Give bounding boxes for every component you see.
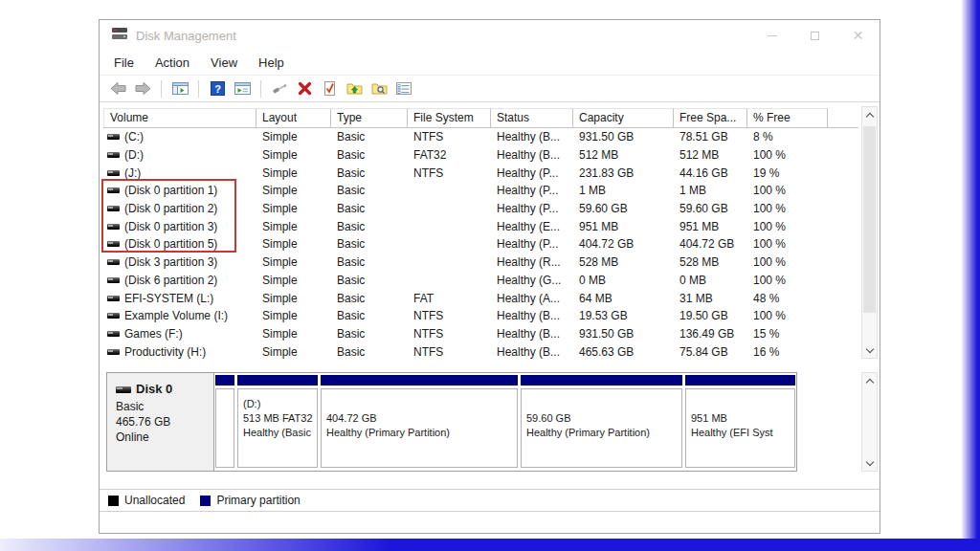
scroll-up-button[interactable] — [862, 373, 877, 387]
console-tree-icon[interactable] — [170, 79, 189, 99]
disk0-partitions: (D:)513 MB FAT32Healthy (Basic404.72 GBH… — [214, 373, 796, 471]
cell-pct: 100 % — [747, 237, 828, 251]
table-row[interactable]: Games (F:)SimpleBasicNTFSHealthy (B...93… — [103, 325, 828, 343]
toolbar-separator — [198, 80, 199, 98]
table-row[interactable]: EFI-SYSTEM (L:)SimpleBasicFATHealthy (A.… — [103, 289, 828, 307]
column-header-free[interactable]: % Free — [747, 108, 828, 128]
cell-type: Basic — [331, 345, 408, 359]
cell-pct: 8 % — [747, 130, 828, 143]
table-row[interactable]: (Disk 0 partition 2)SimpleBasicHealthy (… — [103, 200, 828, 218]
cell-status: Healthy (P... — [491, 166, 573, 180]
cell-free: 19.50 GB — [674, 309, 747, 322]
partition-block-3[interactable]: 59.60 GBHealthy (Primary Partition) — [521, 375, 682, 469]
cell-pct: 100 % — [747, 309, 828, 322]
column-header-type[interactable]: Type — [331, 108, 408, 128]
cell-type: Basic — [331, 255, 408, 269]
partition-block-0[interactable] — [215, 375, 234, 469]
scrollbar-disk-graph[interactable] — [861, 372, 878, 472]
cell-volume: (C:) — [103, 130, 256, 143]
menu-file[interactable]: File — [103, 52, 145, 75]
cell-pct: 100 % — [747, 274, 828, 287]
fields-icon[interactable] — [394, 79, 413, 99]
column-header-status[interactable]: Status — [491, 108, 573, 128]
forward-icon[interactable] — [133, 79, 152, 99]
cell-capacity: 231.83 GB — [573, 166, 674, 180]
volume-icon — [107, 313, 120, 319]
table-row[interactable]: Example Volume (I:)SimpleBasicNTFSHealth… — [103, 307, 828, 325]
legend-bar: UnallocatedPrimary partition — [100, 489, 880, 512]
disk0-row: Disk 0 Basic 465.76 GB Online (D:)513 MB… — [106, 372, 797, 472]
scroll-down-button[interactable] — [862, 456, 877, 471]
scroll-thumb[interactable] — [863, 126, 876, 313]
cell-status: Healthy (P... — [491, 202, 573, 215]
folder-search-icon[interactable] — [369, 79, 389, 99]
menu-help[interactable]: Help — [248, 52, 295, 75]
partition-status-bar — [521, 375, 682, 386]
legend-swatch — [200, 496, 211, 506]
maximize-button[interactable] — [793, 20, 836, 51]
checklist-icon[interactable] — [320, 79, 339, 99]
cell-volume: (Disk 0 partition 2) — [103, 202, 256, 215]
cell-volume: Games (F:) — [103, 327, 256, 341]
column-header-capacity[interactable]: Capacity — [573, 108, 674, 128]
disk0-label-panel[interactable]: Disk 0 Basic 465.76 GB Online — [107, 373, 214, 471]
back-icon[interactable] — [108, 79, 127, 99]
cell-capacity: 64 MB — [573, 292, 674, 305]
scrollbar-volume-list[interactable] — [861, 106, 878, 359]
toolbar-separator — [161, 80, 162, 98]
cell-status: Healthy (E... — [491, 220, 573, 233]
column-header-volume[interactable]: Volume — [103, 108, 256, 128]
disk-icon — [116, 386, 131, 393]
table-row[interactable]: (Disk 6 partition 2)SimpleBasicHealthy (… — [103, 272, 828, 290]
menu-action[interactable]: Action — [145, 52, 200, 75]
scroll-down-button[interactable] — [862, 343, 877, 358]
delete-icon[interactable] — [295, 79, 314, 99]
close-button[interactable]: ✕ — [836, 20, 880, 51]
cell-free: 0 MB — [674, 274, 747, 287]
console-window-icon[interactable] — [233, 79, 252, 99]
partition-block-4[interactable]: 951 MBHealthy (EFI Syst — [685, 375, 795, 469]
titlebar: Disk Management ✕ — [100, 20, 880, 51]
cell-capacity: 19.53 GB — [573, 309, 674, 322]
window-controls: ✕ — [750, 20, 880, 51]
chevron-up-icon — [865, 112, 873, 120]
cell-volume: (Disk 3 partition 3) — [103, 255, 256, 269]
partition-info: 951 MBHealthy (EFI Syst — [685, 388, 795, 468]
cell-type: Basic — [331, 220, 408, 233]
svg-text:?: ? — [214, 83, 221, 95]
cell-layout: Simple — [256, 220, 331, 233]
cell-type: Basic — [331, 309, 408, 322]
minimize-button[interactable] — [750, 20, 793, 51]
partition-block-2[interactable]: 404.72 GBHealthy (Primary Partition) — [321, 375, 518, 469]
cell-capacity: 951 MB — [573, 220, 674, 233]
column-header-free-spa[interactable]: Free Spa... — [674, 108, 747, 128]
tools-icon[interactable] — [270, 79, 289, 99]
folder-up-icon[interactable] — [345, 79, 364, 99]
table-row[interactable]: (D:)SimpleBasicFAT32Healthy (B...512 MB5… — [103, 146, 828, 165]
cell-type: Basic — [331, 274, 408, 287]
menu-view[interactable]: View — [200, 52, 248, 75]
cell-volume: Example Volume (I:) — [103, 309, 256, 322]
partition-block-1[interactable]: (D:)513 MB FAT32Healthy (Basic — [237, 375, 318, 469]
cell-layout: Simple — [256, 255, 331, 269]
cell-status: Healthy (B... — [491, 345, 573, 359]
cell-capacity: 465.63 GB — [573, 345, 674, 359]
cell-fs: NTFS — [408, 166, 491, 180]
cell-free: 75.84 GB — [674, 345, 747, 359]
table-row[interactable]: (C:)SimpleBasicNTFSHealthy (B...931.50 G… — [103, 128, 828, 146]
cell-status: Healthy (B... — [491, 148, 573, 162]
help-icon[interactable]: ? — [208, 79, 227, 99]
scroll-up-button[interactable] — [862, 107, 877, 121]
table-row[interactable]: (Disk 0 partition 3)SimpleBasicHealthy (… — [103, 217, 828, 235]
table-row[interactable]: Productivity (H:)SimpleBasicNTFSHealthy … — [103, 342, 828, 361]
table-row[interactable]: (Disk 3 partition 3)SimpleBasicHealthy (… — [103, 253, 828, 272]
table-row[interactable]: (Disk 0 partition 1)SimpleBasicHealthy (… — [103, 182, 828, 200]
cell-layout: Simple — [256, 184, 331, 197]
column-header-file-system[interactable]: File System — [408, 108, 491, 128]
table-row[interactable]: (Disk 0 partition 5)SimpleBasicHealthy (… — [103, 235, 828, 253]
disk-name: Disk 0 — [136, 382, 172, 397]
cell-volume: (J:) — [103, 166, 256, 180]
table-row[interactable]: (J:)SimpleBasicNTFSHealthy (P...231.83 G… — [103, 164, 828, 182]
column-header-layout[interactable]: Layout — [256, 108, 331, 128]
cell-status: Healthy (B... — [491, 130, 573, 143]
